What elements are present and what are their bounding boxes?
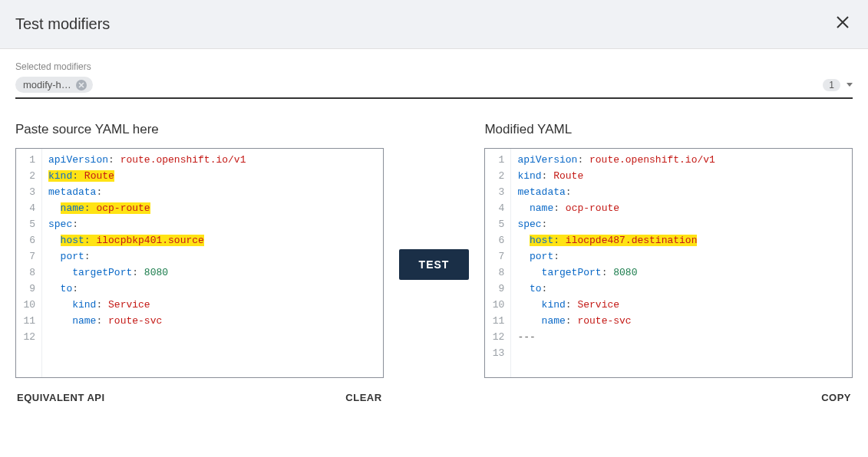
close-button[interactable]: [833, 12, 853, 36]
equivalent-api-button[interactable]: EQUIVALENT API: [15, 389, 107, 406]
code-line: spec:: [48, 216, 377, 232]
chips-container: modify-h…: [15, 77, 93, 93]
chips-meta: 1: [823, 79, 853, 91]
source-title: Paste source YAML here: [15, 122, 384, 137]
code-line: name: ocp-route: [48, 200, 377, 216]
modified-editor[interactable]: 12345678910111213 apiVersion: route.open…: [484, 148, 853, 378]
code-line: targetPort: 8080: [517, 265, 846, 281]
center-column: TEST: [399, 122, 470, 406]
code-line: kind: Service: [517, 297, 846, 313]
selected-count-badge: 1: [823, 79, 840, 91]
selected-modifiers-section: Selected modifiers modify-h… 1: [0, 49, 868, 99]
code-line: [48, 329, 377, 345]
modified-actions: COPY: [484, 378, 853, 406]
code-line: to:: [517, 281, 846, 297]
chevron-down-icon[interactable]: [847, 83, 853, 87]
code-line: ---: [517, 329, 846, 345]
code-line: apiVersion: route.openshift.io/v1: [517, 152, 846, 168]
modified-gutter: 12345678910111213: [485, 149, 511, 377]
clear-button[interactable]: CLEAR: [344, 389, 383, 406]
code-line: targetPort: 8080: [48, 265, 377, 281]
code-line: host: ilocpbkp401.source: [48, 232, 377, 248]
close-icon: [836, 15, 850, 29]
source-editor[interactable]: 123456789101112 apiVersion: route.opensh…: [15, 148, 384, 378]
code-line: kind: Service: [48, 297, 377, 313]
selected-modifiers-label: Selected modifiers: [15, 61, 853, 72]
code-line: apiVersion: route.openshift.io/v1: [48, 152, 377, 168]
test-button[interactable]: TEST: [399, 249, 470, 280]
chip-remove-icon[interactable]: [76, 80, 87, 90]
code-line: name: route-svc: [48, 313, 377, 329]
dialog-header: Test modifiers: [0, 0, 868, 49]
code-line: name: ocp-route: [517, 200, 846, 216]
copy-button[interactable]: COPY: [820, 389, 853, 406]
modified-pane: Modified YAML 12345678910111213 apiVersi…: [484, 122, 853, 406]
modifier-chip[interactable]: modify-h…: [15, 77, 93, 93]
chip-label: modify-h…: [23, 79, 71, 90]
code-line: port:: [48, 248, 377, 265]
code-line: spec:: [517, 216, 846, 232]
main-content: Paste source YAML here 123456789101112 a…: [0, 99, 868, 422]
selected-modifiers-input[interactable]: modify-h… 1: [15, 77, 853, 99]
source-actions: EQUIVALENT API CLEAR: [15, 378, 384, 406]
code-line: metadata:: [517, 184, 846, 200]
code-line: kind: Route: [517, 168, 846, 184]
source-gutter: 123456789101112: [16, 149, 42, 377]
code-line: metadata:: [48, 184, 377, 200]
modified-code[interactable]: apiVersion: route.openshift.io/v1kind: R…: [511, 149, 852, 377]
code-line: kind: Route: [48, 168, 377, 184]
source-pane: Paste source YAML here 123456789101112 a…: [15, 122, 384, 406]
code-line: port:: [517, 248, 846, 265]
code-line: name: route-svc: [517, 313, 846, 329]
modified-title: Modified YAML: [484, 122, 853, 137]
dialog-title: Test modifiers: [15, 15, 110, 33]
code-line: [517, 345, 846, 361]
code-line: host: ilocpde487.destination: [517, 232, 846, 248]
source-code[interactable]: apiVersion: route.openshift.io/v1kind: R…: [42, 149, 383, 377]
code-line: to:: [48, 281, 377, 297]
